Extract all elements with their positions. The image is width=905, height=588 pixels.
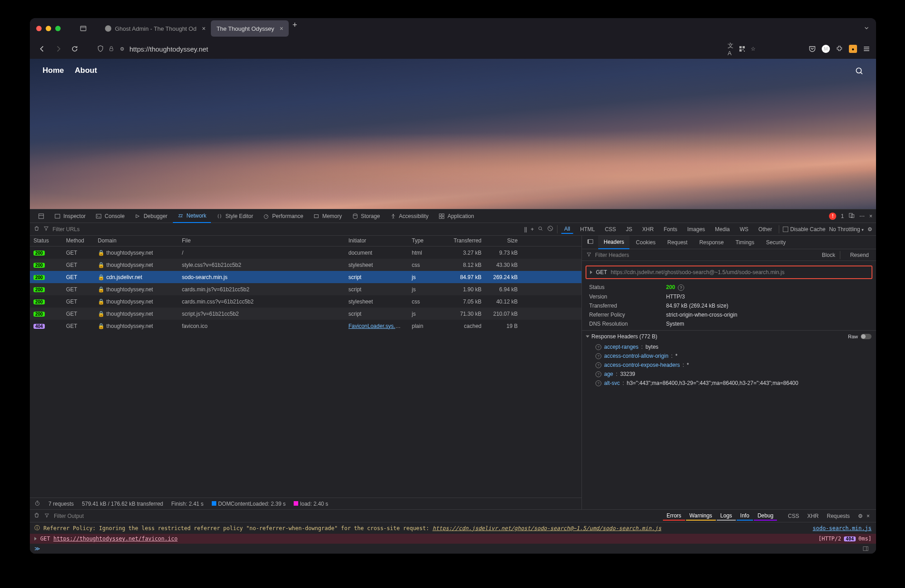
table-row[interactable]: 200GET🔒thoughtodyssey.netcards.min.js?v=… [30, 283, 581, 295]
filter-all[interactable]: All [561, 225, 573, 234]
filter-fonts[interactable]: Fonts [661, 225, 681, 233]
urlbar[interactable]: ⚙ https://thoughtodyssey.net 文A ☆ [93, 41, 760, 57]
extensions-icon[interactable] [835, 45, 843, 53]
col-transferred[interactable]: Transferred [441, 236, 485, 246]
detail-tab-security[interactable]: Security [761, 236, 791, 249]
filter-icon[interactable] [43, 226, 49, 232]
menu-icon[interactable] [862, 45, 871, 53]
table-row[interactable]: 200GET🔒thoughtodyssey.netscript.js?v=61b… [30, 308, 581, 320]
tab-memory[interactable]: Memory [309, 209, 346, 223]
expand-icon[interactable] [590, 270, 592, 274]
col-domain[interactable]: Domain [94, 236, 178, 246]
site-search-icon[interactable] [855, 67, 863, 76]
filter-ws[interactable]: WS [737, 225, 752, 233]
close-window[interactable] [36, 26, 42, 31]
console-close-icon[interactable]: × [867, 513, 870, 519]
detail-tab-response[interactable]: Response [694, 236, 729, 249]
devtools-close-icon[interactable]: × [869, 213, 872, 219]
table-row[interactable]: 200GET🔒thoughtodyssey.net/documenthtml3.… [30, 247, 581, 259]
filter-logs[interactable]: Logs [717, 512, 736, 521]
disable-cache-checkbox[interactable]: Disable Cache [783, 226, 825, 232]
detail-tab-cookies[interactable]: Cookies [630, 236, 661, 249]
tab-application[interactable]: Application [434, 209, 479, 223]
iframe-picker[interactable] [33, 209, 49, 223]
table-row[interactable]: 200GET🔒thoughtodyssey.netcards.min.css?v… [30, 295, 581, 308]
detail-tab-request[interactable]: Request [662, 236, 693, 249]
responsive-mode-icon[interactable] [848, 212, 855, 220]
col-size[interactable]: Size [485, 236, 521, 246]
filter-html[interactable]: HTML [577, 225, 598, 233]
source-link[interactable]: sodo-search.min.js [813, 525, 872, 531]
table-row[interactable]: 404GET🔒thoughtodyssey.netfavicon.icoFavi… [30, 320, 581, 332]
filter-warnings[interactable]: Warnings [686, 512, 716, 521]
tab-performance[interactable]: Performance [258, 209, 308, 223]
response-headers-section[interactable]: Response Headers (772 B) Raw [582, 330, 876, 342]
sidebar-toggle-icon[interactable] [862, 545, 869, 553]
tab-thought-odyssey[interactable]: The Thought Odyssey × [211, 20, 289, 37]
block-icon[interactable] [547, 225, 553, 233]
tab-inspector[interactable]: Inspector [50, 209, 90, 223]
filter-js[interactable]: JS [623, 225, 635, 233]
expand-icon[interactable] [34, 537, 37, 541]
console-settings-icon[interactable]: ⚙ [858, 513, 863, 519]
throttling-select[interactable]: No Throttling ▾ [829, 226, 864, 232]
filter-xhr[interactable]: XHR [639, 225, 657, 233]
block-button[interactable]: Block [819, 251, 838, 259]
account-icon[interactable]: M [822, 45, 830, 53]
detail-close-icon[interactable] [584, 238, 597, 246]
col-type[interactable]: Type [408, 236, 441, 246]
tab-accessibility[interactable]: Accessibility [386, 209, 433, 223]
qr-icon[interactable] [738, 45, 746, 52]
pause-icon[interactable]: || [524, 226, 527, 232]
settings-gear-icon[interactable]: ⚙ [867, 226, 872, 232]
filter-media[interactable]: Media [712, 225, 733, 233]
add-icon[interactable]: + [531, 226, 534, 232]
resend-button[interactable]: Resend [848, 251, 872, 259]
translate-icon[interactable]: 文A [728, 45, 735, 52]
console-prompt[interactable]: ≫ [30, 544, 876, 554]
clear-icon[interactable] [33, 225, 40, 233]
filter-css[interactable]: CSS [784, 512, 803, 520]
tab-storage[interactable]: Storage [348, 209, 385, 223]
tab-overview-icon[interactable] [79, 24, 88, 33]
table-row[interactable]: 200GET🔒thoughtodyssey.netstyle.css?v=61b… [30, 259, 581, 271]
close-tab-icon[interactable]: × [202, 25, 205, 32]
close-tab-icon[interactable]: × [280, 25, 283, 32]
col-initiator[interactable]: Initiator [345, 236, 408, 246]
filter-info[interactable]: Info [737, 512, 753, 521]
filter-xhr[interactable]: XHR [804, 512, 822, 520]
tab-ghost-admin[interactable]: ○ Ghost Admin - The Thought Od × [100, 20, 211, 37]
console-warning[interactable]: ⓘ Referrer Policy: Ignoring the less res… [30, 522, 876, 534]
filter-debug[interactable]: Debug [754, 512, 777, 521]
tab-style-editor[interactable]: Style Editor [212, 209, 257, 223]
filter-css[interactable]: CSS [602, 225, 619, 233]
nav-home[interactable]: Home [43, 66, 64, 75]
clear-console-icon[interactable] [33, 512, 40, 520]
col-status[interactable]: Status [30, 236, 62, 246]
filter-requests[interactable]: Requests [823, 512, 853, 520]
console-error[interactable]: GET https://thoughtodyssey.net/favicon.i… [30, 534, 876, 544]
back-button[interactable] [35, 42, 49, 56]
detail-tab-headers[interactable]: Headers [598, 236, 629, 249]
error-count-badge[interactable]: ! [829, 213, 836, 220]
nav-about[interactable]: About [75, 66, 97, 75]
filter-urls-input[interactable]: Filter URLs [52, 226, 80, 232]
permissions-icon[interactable]: ⚙ [119, 45, 126, 52]
tab-debugger[interactable]: Debugger [130, 209, 172, 223]
filter-headers-input[interactable]: Filter Headers [595, 252, 629, 258]
filter-errors[interactable]: Errors [663, 512, 685, 521]
maximize-window[interactable] [55, 26, 61, 31]
detail-tab-timings[interactable]: Timings [730, 236, 760, 249]
tab-network[interactable]: Network [173, 209, 211, 223]
col-method[interactable]: Method [62, 236, 94, 246]
list-tabs-button[interactable] [863, 25, 870, 33]
filter-output-input[interactable]: Filter Output [54, 513, 84, 519]
lock-icon[interactable] [108, 45, 115, 52]
filter-images[interactable]: Images [684, 225, 708, 233]
forward-button[interactable] [52, 42, 65, 56]
reload-button[interactable] [68, 42, 81, 56]
minimize-window[interactable] [46, 26, 51, 31]
raw-toggle[interactable] [861, 334, 872, 339]
filter-other[interactable]: Other [755, 225, 775, 233]
tab-console[interactable]: Console [91, 209, 129, 223]
